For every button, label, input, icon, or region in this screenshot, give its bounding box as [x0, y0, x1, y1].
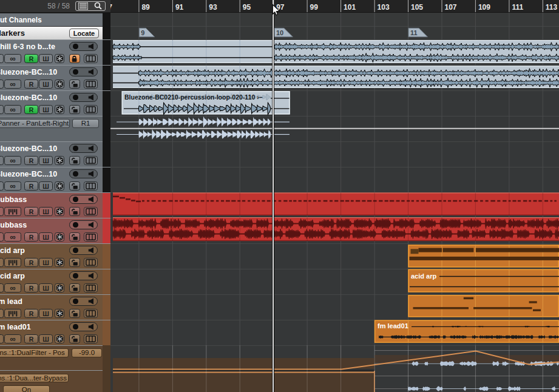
svg-text:107: 107	[445, 3, 457, 12]
svg-text:89: 89	[141, 3, 150, 12]
svg-text:9: 9	[141, 29, 144, 36]
svg-text:103: 103	[378, 3, 390, 12]
svg-text:87: 87	[110, 3, 112, 12]
svg-text:10: 10	[276, 29, 283, 36]
svg-text:11: 11	[410, 29, 418, 36]
svg-text:95: 95	[243, 3, 251, 12]
svg-text:93: 93	[209, 3, 217, 12]
svg-text:Bluezone-BC0210-percussion-loo: Bluezone-BC0210-percussion-loop-020-110 …	[124, 93, 263, 101]
svg-text:105: 105	[411, 3, 423, 12]
svg-text:acid arp: acid arp	[411, 272, 436, 280]
svg-text:99: 99	[310, 3, 319, 12]
svg-text:91: 91	[175, 3, 184, 12]
svg-text:111: 111	[512, 3, 523, 12]
svg-text:101: 101	[344, 3, 356, 12]
svg-text:109: 109	[478, 3, 490, 12]
svg-text:113: 113	[546, 3, 558, 12]
svg-text:fm lead01: fm lead01	[378, 322, 408, 329]
